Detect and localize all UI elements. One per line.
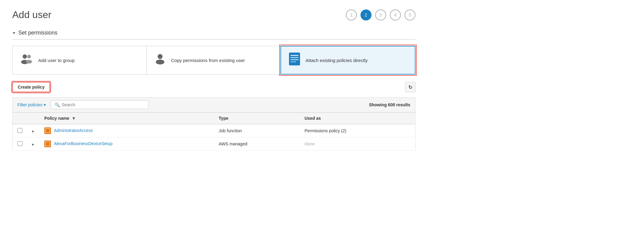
permission-cards-container: Add user to group Copy permissions from … [12, 46, 415, 75]
group-icon [20, 53, 33, 67]
row-checkbox-cell[interactable] [13, 137, 27, 151]
row-policy-name[interactable]: AdministratorAccess [39, 124, 214, 137]
section-arrow: ▼ [12, 31, 16, 35]
svg-point-0 [23, 54, 27, 59]
col-checkbox [13, 113, 27, 124]
policy-icon [44, 141, 51, 147]
step-5[interactable]: 5 [404, 9, 415, 20]
page-container: Add user 12345 ▼ Set permissions Add use… [0, 0, 428, 160]
svg-point-3 [26, 60, 32, 64]
policies-table: Policy name ▼ Type Used as ▶ Administrat… [12, 112, 415, 151]
row-expand-cell[interactable]: ▶ [27, 137, 39, 151]
expand-arrow[interactable]: ▶ [32, 130, 35, 133]
search-icon: 🔍 [55, 102, 60, 107]
refresh-button[interactable]: ↻ [405, 82, 415, 92]
svg-point-2 [27, 55, 31, 58]
filter-policies-button[interactable]: Filter policies ▾ [17, 102, 46, 107]
card-copy-permissions-label: Copy permissions from existing user [171, 57, 245, 64]
step-indicators: 12345 [346, 9, 415, 20]
table-body: ▶ AdministratorAccess Job function Permi… [13, 124, 415, 151]
col-expand [27, 113, 39, 124]
filter-label: Filter policies [17, 102, 42, 107]
svg-rect-9 [291, 59, 298, 60]
card-attach-policies[interactable]: Attach existing policies directly [280, 46, 415, 75]
row-checkbox[interactable] [17, 141, 22, 146]
step-1[interactable]: 1 [346, 9, 357, 20]
table-header: Policy name ▼ Type Used as [13, 113, 415, 124]
page-title: Add user [12, 9, 51, 20]
col-policy-name[interactable]: Policy name ▼ [39, 113, 214, 124]
filter-bar: Filter policies ▾ 🔍 Showing 600 results [12, 97, 415, 112]
row-type: AWS managed [214, 137, 300, 151]
create-policy-button[interactable]: Create policy [12, 82, 50, 92]
step-3[interactable]: 3 [375, 9, 386, 20]
row-policy-name[interactable]: AlexaForBusinessDeviceSetup [39, 137, 214, 151]
table-row: ▶ AlexaForBusinessDeviceSetup AWS manage… [13, 137, 415, 151]
search-box: 🔍 [51, 101, 148, 109]
row-used-as: Permissions policy (2) [300, 124, 415, 137]
svg-rect-8 [291, 57, 298, 58]
svg-point-4 [158, 54, 163, 59]
card-add-to-group-label: Add user to group [38, 57, 75, 64]
refresh-icon: ↻ [408, 84, 412, 90]
page-header: Add user 12345 [12, 9, 415, 20]
toolbar-row: Create policy ↻ [12, 82, 415, 92]
sort-arrow: ▼ [72, 116, 76, 121]
row-type: Job function [214, 124, 300, 137]
card-attach-policies-label: Attach existing policies directly [306, 57, 368, 64]
search-input[interactable] [62, 102, 145, 107]
svg-rect-7 [291, 55, 298, 56]
filter-dropdown-icon: ▾ [44, 102, 46, 107]
table-row: ▶ AdministratorAccess Job function Permi… [13, 124, 415, 137]
filter-left: Filter policies ▾ 🔍 [17, 101, 148, 109]
card-add-to-group[interactable]: Add user to group [12, 46, 146, 75]
svg-point-5 [156, 60, 164, 64]
step-4[interactable]: 4 [390, 9, 401, 20]
results-count: Showing 600 results [369, 102, 410, 107]
policy-icon [44, 127, 51, 134]
row-used-as: None [300, 137, 415, 151]
row-checkbox-cell[interactable] [13, 124, 27, 137]
svg-rect-10 [291, 61, 296, 62]
row-checkbox[interactable] [17, 128, 22, 133]
expand-arrow[interactable]: ▶ [32, 143, 35, 146]
person-icon [154, 53, 166, 67]
section-header: ▼ Set permissions [12, 30, 415, 40]
svg-rect-6 [289, 53, 300, 65]
document-icon [288, 53, 301, 68]
col-used-as: Used as [300, 113, 415, 124]
col-type: Type [214, 113, 300, 124]
row-expand-cell[interactable]: ▶ [27, 124, 39, 137]
step-2[interactable]: 2 [360, 9, 371, 20]
section-title: Set permissions [18, 30, 57, 36]
card-copy-permissions[interactable]: Copy permissions from existing user [146, 46, 280, 75]
